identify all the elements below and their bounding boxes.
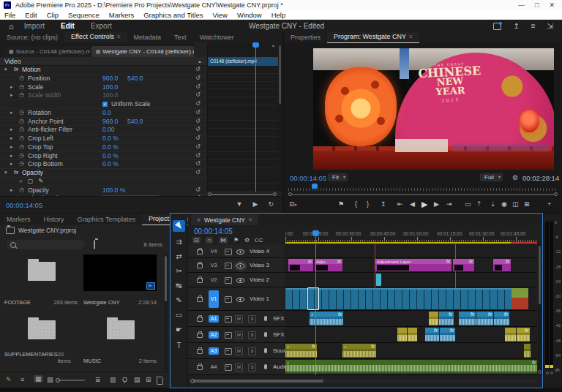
ripple-edit-tool[interactable]: ⇄ (173, 250, 185, 262)
resize-panels-icon[interactable]: ⇲ (547, 22, 553, 30)
timeline-playhead[interactable] (315, 230, 316, 375)
tab-history[interactable]: History (37, 214, 71, 225)
loop-icon[interactable]: ↻ (268, 200, 274, 208)
mini-timeline-playhead-handle[interactable] (252, 42, 259, 48)
param-value[interactable]: 0.0 (102, 109, 111, 117)
checkbox-checked-icon[interactable]: ✓ (102, 102, 108, 107)
playback-settings-icon[interactable]: ⊡▾ (289, 200, 297, 208)
track-lane-v3[interactable]: fxAdju...fxAdjustment Layerfxfxfx (285, 258, 537, 273)
ec-row-anti-flicker-filter[interactable]: ▸◷Anti-flicker Filter0.00↺ (0, 126, 206, 135)
workspace-tab-export[interactable]: Export (91, 22, 112, 30)
stopwatch-icon[interactable]: ◷ (19, 83, 24, 91)
program-mini-ruler[interactable] (288, 184, 558, 191)
project-vscrollbar[interactable] (164, 255, 168, 370)
sort-icons-icon[interactable]: ≣ (95, 376, 101, 383)
video-clip-strip[interactable] (285, 288, 528, 309)
track-target-a2[interactable]: A2 (209, 331, 219, 339)
tab-properties[interactable]: Properties (284, 31, 327, 42)
stopwatch-icon[interactable]: ◷ (19, 126, 24, 134)
reset-parameter-icon[interactable]: ↺ (195, 143, 201, 151)
audio-clip[interactable]: ♪fx (285, 360, 537, 374)
menu-help[interactable]: Help (271, 11, 286, 19)
chevron-right-icon[interactable]: ▸ (10, 152, 13, 160)
stopwatch-icon[interactable]: ◷ (19, 118, 24, 126)
navigate-up-icon[interactable] (94, 241, 95, 249)
audio-clip[interactable]: fx (459, 312, 476, 325)
play-around-icon[interactable]: ▶ (253, 200, 258, 208)
stopwatch-icon[interactable]: ◷ (19, 160, 24, 168)
mute-button[interactable]: M (235, 363, 243, 372)
lock-icon[interactable] (197, 249, 203, 255)
sync-status-icon[interactable] (493, 23, 501, 30)
icon-view-icon[interactable]: ▦ (34, 375, 43, 382)
automate-sequence-icon[interactable]: ▥ (110, 376, 116, 383)
extract-icon[interactable]: ⇣ (490, 200, 496, 208)
collapse-all-icon[interactable]: ▲ (198, 59, 202, 64)
mark-out-icon[interactable]: } (367, 200, 369, 208)
ec-row-uniform-scale[interactable]: ✓Uniform Scale↺ (0, 100, 206, 109)
timeline-ruler[interactable]: :00:0000:00:15:0000:00:30:0000:00:45:000… (285, 230, 537, 242)
home-icon[interactable]: ⌂ (9, 22, 14, 31)
mic-icon[interactable] (264, 348, 267, 353)
snap-icon[interactable]: ∩ (206, 237, 213, 244)
stopwatch-icon[interactable]: ◷ (19, 109, 24, 117)
reset-parameter-icon[interactable]: ↺ (195, 126, 201, 134)
solo-button[interactable]: S (248, 363, 256, 372)
audio-clip[interactable]: fx (440, 328, 455, 342)
go-to-out-icon[interactable]: ⇥ (446, 200, 452, 208)
param-value[interactable]: 960.0 (102, 75, 118, 83)
audio-clip[interactable] (429, 312, 438, 325)
project-item-supplementaries[interactable]: SUPPLEMENTARIES20 items (3, 313, 79, 369)
reset-parameter-icon[interactable]: ↺ (195, 135, 201, 143)
reset-parameter-icon[interactable]: ↺ (195, 118, 201, 126)
lock-icon[interactable] (197, 349, 203, 354)
timeline-tab[interactable]: × Westgate CNY ≡ (191, 214, 258, 225)
list-view-icon[interactable]: ≡ (20, 376, 24, 383)
delete-icon[interactable] (157, 378, 163, 385)
pen-mask-icon[interactable]: ✎ (38, 178, 43, 186)
rect-mask-icon[interactable]: ▢ (28, 178, 34, 186)
track-select-forward-tool[interactable]: ⇉ (173, 235, 185, 247)
track-header-v1[interactable]: V1Video 1 (188, 287, 284, 311)
ec-row-opacity[interactable]: ▸◷Opacity100.0 %↺ (0, 186, 206, 195)
mute-button[interactable]: M (235, 315, 243, 323)
ec-row-crop-top[interactable]: ▸◷Crop Top0.0 %↺ (0, 143, 206, 152)
video-section-header[interactable]: Video ▲ (0, 57, 206, 66)
chevron-right-icon[interactable]: ▸ (10, 83, 13, 91)
rectangle-tool[interactable]: ▭ (173, 309, 185, 320)
workspace-tab-edit[interactable]: Edit (61, 22, 75, 30)
razor-tool[interactable]: ✂ (173, 265, 185, 276)
menu-clip[interactable]: Clip (47, 11, 59, 19)
nest-toggle-icon[interactable]: ⊡ (192, 237, 201, 244)
ec-row-position[interactable]: ◷Position960.0540.0↺ (0, 75, 206, 83)
video-clip-thumbnail[interactable] (512, 288, 528, 309)
sync-lock-icon[interactable] (225, 332, 232, 339)
lock-icon[interactable] (197, 278, 203, 283)
stopwatch-icon[interactable]: ◷ (19, 91, 24, 99)
track-target-v4[interactable]: V4 (209, 248, 219, 255)
chevron-right-icon[interactable]: ▸ (10, 160, 13, 168)
track-target-a3[interactable]: A3 (209, 347, 219, 355)
panel-menu-icon[interactable]: ≡ (409, 34, 413, 40)
track-name[interactable]: Video 2 (250, 276, 269, 283)
workspaces-icon[interactable]: ≡ (531, 22, 536, 30)
clip-tab-source-c0148-deflicker-mp4[interactable]: ▦Source - C0148 (deflicker).mp4 (4, 46, 90, 57)
button-editor-icon[interactable]: + (547, 200, 551, 208)
ec-row-masktools[interactable]: ○▢✎ (0, 178, 206, 186)
panel-menu-icon[interactable]: ≡ (117, 34, 121, 40)
menu-file[interactable]: File (4, 11, 15, 19)
workspace-tab-import[interactable]: Import (24, 22, 45, 30)
project-item-footage[interactable]: FOOTAGE203 items (3, 255, 79, 310)
param-value[interactable]: 540.0 (127, 118, 143, 126)
ec-row-crop-right[interactable]: ▸◷Crop Right0.0 %↺ (0, 152, 206, 161)
selected-clip-outline[interactable] (307, 287, 319, 310)
param-value[interactable]: 0.0 % (102, 160, 119, 168)
lock-icon[interactable] (197, 365, 203, 370)
project-item-westgate-cny[interactable]: Westgate CNY2:28:14 (82, 255, 158, 310)
menu-view[interactable]: View (213, 11, 228, 19)
audio-clip[interactable]: ♪fx (342, 344, 376, 358)
stopwatch-icon[interactable]: ◷ (19, 186, 24, 195)
mic-icon[interactable] (264, 332, 267, 337)
sync-lock-icon[interactable] (225, 296, 232, 303)
tab-metadata[interactable]: Metadata (127, 31, 168, 42)
